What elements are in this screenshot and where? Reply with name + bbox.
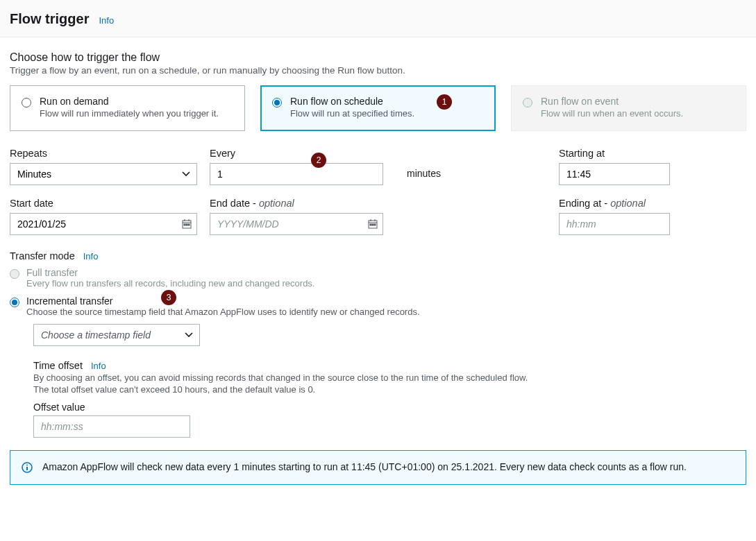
trigger-option-on-event: Run flow on event Flow will run when an … [511, 85, 746, 131]
trigger-option-desc: Flow will run immediately when you trigg… [40, 108, 219, 119]
ending-at-label: Ending at - optional [559, 198, 670, 209]
callout-marker-1: 1 [437, 94, 452, 110]
repeats-select[interactable]: Minutes [10, 163, 197, 185]
info-message: Amazon AppFlow will check new data every… [42, 461, 687, 474]
trigger-option-desc: Flow will run at specified times. [290, 108, 414, 119]
end-date-label: End date - optional [210, 198, 383, 209]
schedule-form: Repeats Minutes Every 2 minutes Starting… [10, 148, 746, 235]
callout-marker-2: 2 [311, 153, 326, 168]
trigger-option-schedule[interactable]: Run flow on schedule Flow will run at sp… [260, 85, 496, 131]
radio-icon [22, 98, 31, 108]
time-offset-block: Time offset Info By choosing an offset, … [33, 360, 746, 438]
every-input[interactable] [210, 163, 383, 185]
radio-icon [523, 98, 532, 108]
trigger-option-title: Run flow on event [541, 96, 683, 107]
callout-marker-3: 3 [161, 290, 176, 305]
time-offset-desc-1: By choosing an offset, you can avoid mis… [33, 372, 746, 383]
end-date-input[interactable] [210, 213, 383, 235]
timestamp-field-select[interactable]: Choose a timestamp field [33, 324, 200, 346]
transfer-info-link[interactable]: Info [83, 251, 99, 261]
offset-value-input[interactable] [33, 415, 190, 438]
transfer-incremental-desc: Choose the source timestamp field that A… [26, 307, 420, 317]
page-title: Flow trigger [10, 11, 89, 27]
time-offset-title: Time offset [33, 360, 83, 371]
transfer-incremental-title: Incremental transfer [26, 295, 420, 307]
trigger-option-desc: Flow will run when an event occurs. [541, 108, 683, 119]
page-header: Flow trigger Info [0, 0, 756, 37]
info-icon [22, 462, 33, 473]
radio-icon [272, 98, 282, 108]
trigger-option-title: Run on demand [40, 96, 219, 107]
transfer-mode-section: Transfer mode Info Full transfer Every f… [10, 250, 746, 438]
time-offset-desc-2: The total offset value can't exceed 10 h… [33, 384, 746, 395]
trigger-options-row: Run on demand Flow will run immediately … [10, 85, 746, 131]
ending-at-input[interactable] [559, 213, 670, 235]
radio-icon [10, 269, 19, 279]
trigger-choice-heading: Choose how to trigger the flow [10, 51, 746, 64]
starting-at-label: Starting at [559, 148, 670, 159]
every-label: Every [210, 148, 383, 159]
trigger-choice-desc: Trigger a flow by an event, run on a sch… [10, 65, 746, 76]
time-offset-info-link[interactable]: Info [91, 361, 106, 371]
transfer-option-incremental[interactable]: Incremental transfer Choose the source t… [10, 295, 746, 317]
start-date-input[interactable] [10, 213, 197, 235]
content-area: Choose how to trigger the flow Trigger a… [0, 37, 756, 485]
starting-at-input[interactable] [559, 163, 670, 185]
radio-icon [10, 298, 19, 307]
transfer-full-title: Full transfer [26, 267, 315, 278]
repeats-label: Repeats [10, 148, 197, 159]
trigger-choice-section: Choose how to trigger the flow Trigger a… [10, 51, 746, 131]
info-banner: Amazon AppFlow will check new data every… [10, 450, 746, 485]
trigger-option-title: Run flow on schedule [290, 96, 414, 107]
transfer-full-desc: Every flow run transfers all records, in… [26, 278, 315, 289]
transfer-mode-heading: Transfer mode [10, 250, 75, 261]
svg-point-16 [26, 465, 28, 466]
header-info-link[interactable]: Info [99, 15, 114, 26]
transfer-option-full: Full transfer Every flow run transfers a… [10, 267, 746, 289]
trigger-option-on-demand[interactable]: Run on demand Flow will run immediately … [10, 85, 245, 131]
start-date-label: Start date [10, 198, 197, 209]
offset-value-label: Offset value [33, 402, 746, 413]
every-units: minutes [396, 163, 546, 179]
